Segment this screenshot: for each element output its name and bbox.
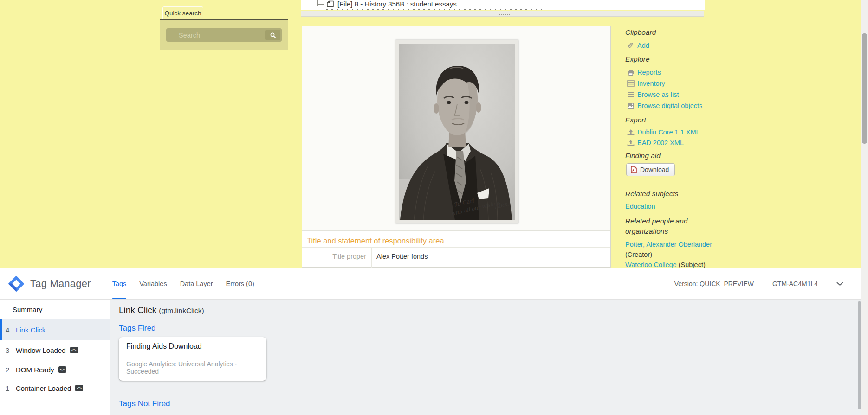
tab-errors[interactable]: Errors (0): [226, 268, 254, 299]
sidebar-event-window-loaded[interactable]: 3 Window Loaded <>: [0, 340, 110, 360]
search-placeholder: Search: [179, 32, 200, 39]
reports-link[interactable]: Reports: [627, 69, 661, 76]
gtm-header: Tag Manager Tags Variables Data Layer Er…: [0, 268, 861, 300]
file-icon: [326, 0, 334, 7]
atom-page-background: Quick search Search: [0, 0, 861, 268]
event-label: Link Click: [16, 326, 45, 334]
event-label: Window Loaded: [16, 346, 66, 354]
download-button-label: Download: [640, 166, 669, 173]
tab-tags[interactable]: Tags: [112, 268, 127, 299]
table-icon: [627, 80, 635, 87]
dublin-core-export-link[interactable]: Dublin Core 1.1 XML: [627, 128, 700, 136]
ead-export-link[interactable]: EAD 2002 XML: [627, 139, 684, 147]
event-number: 2: [0, 366, 15, 374]
gtm-brand-title: Tag Manager: [30, 278, 91, 290]
context-sidebar: Clipboard Add Explore: [625, 0, 720, 268]
gtm-tab-bar: Tags Variables Data Layer Errors (0): [112, 268, 254, 299]
tag-manager-logo-icon: [8, 276, 24, 292]
field-value: Alex Potter fonds: [372, 248, 428, 268]
image-icon: [627, 102, 635, 109]
sidebar-event-dom-ready[interactable]: 2 DOM Ready <>: [0, 360, 110, 379]
event-title: Link Click(gtm.linkClick): [119, 305, 861, 315]
event-number: 4: [2, 326, 15, 334]
tag-name: Finding Aids Download: [119, 337, 266, 356]
field-row: Title proper Alex Potter fonds: [302, 248, 610, 268]
gtm-header-right: Version: QUICK_PREVIEW GTM-AC4M1L4: [674, 280, 861, 287]
gtm-body: Summary 4 Link Click 3 Window Loaded <> …: [0, 300, 861, 415]
export-heading: Export: [625, 116, 646, 124]
event-label: Container Loaded: [16, 384, 71, 392]
explore-heading: Explore: [625, 55, 650, 64]
upload-icon: [627, 139, 635, 147]
tree-connector-line: [317, 0, 318, 10]
gtm-scrollbar-thumb[interactable]: [858, 301, 861, 409]
related-person-item: Potter, Alexander Oberlander (Creator): [625, 239, 713, 260]
scrollbar-thumb[interactable]: [862, 33, 867, 144]
browse-as-list-link[interactable]: Browse as list: [627, 91, 679, 98]
code-icon: <>: [58, 366, 66, 373]
printer-icon: [627, 69, 635, 76]
magnifier-icon: [270, 32, 276, 38]
tab-variables[interactable]: Variables: [139, 268, 167, 299]
list-icon: [627, 91, 635, 98]
finding-aid-heading: Finding aid: [625, 152, 661, 160]
event-number: 1: [0, 384, 15, 392]
paperclip-icon: [627, 42, 635, 49]
browse-digital-objects-link[interactable]: Browse digital objects: [627, 102, 702, 109]
portrait-photo[interactable]: To Carl with all our wishes Alex.: [395, 40, 518, 223]
browser-scrollbar[interactable]: [861, 0, 868, 415]
clipboard-heading: Clipboard: [625, 28, 656, 37]
tab-data-layer[interactable]: Data Layer: [180, 268, 213, 299]
event-number: 3: [0, 346, 15, 354]
digital-object-viewer: To Carl with all our wishes Alex.: [302, 26, 610, 231]
tree-connector-line: [317, 4, 324, 5]
quick-search-panel: Search: [160, 19, 288, 50]
gtm-debug-panel: Tag Manager Tags Variables Data Layer Er…: [0, 268, 861, 415]
pdf-file-icon: [631, 166, 637, 173]
version-label: Version: QUICK_PREVIEW: [674, 280, 754, 287]
event-code: (gtm.linkClick): [159, 306, 204, 314]
tag-status: Google Analytics: Universal Analytics - …: [119, 356, 266, 381]
finding-aid-download-button[interactable]: Download: [626, 163, 675, 176]
search-button[interactable]: [265, 30, 280, 40]
person-role: (Creator): [625, 251, 652, 258]
clipboard-add-link[interactable]: Add: [627, 42, 649, 49]
chevron-down-icon[interactable]: [836, 282, 843, 286]
inventory-link[interactable]: Inventory: [627, 80, 665, 87]
screen: Quick search Search: [0, 0, 868, 415]
tags-fired-heading: Tags Fired: [119, 324, 861, 333]
sidebar-event-container-loaded[interactable]: 1 Container Loaded <>: [0, 379, 110, 397]
gtm-event-sidebar: Summary 4 Link Click 3 Window Loaded <> …: [0, 300, 110, 415]
code-icon: <>: [75, 385, 83, 391]
section-heading: Title and statement of responsibility ar…: [302, 234, 610, 248]
treeview-clipped-row: [326, 9, 544, 10]
container-id: GTM-AC4M1L4: [772, 280, 818, 287]
fired-tag-card[interactable]: Finding Aids Download Google Analytics: …: [119, 337, 266, 381]
code-icon: <>: [70, 347, 78, 353]
tags-not-fired-heading: Tags Not Fired: [119, 399, 861, 409]
field-label: Title proper: [302, 248, 372, 268]
event-label: DOM Ready: [16, 366, 54, 374]
record-content-panel: To Carl with all our wishes Alex. Title …: [302, 26, 611, 268]
search-input[interactable]: Search: [166, 28, 282, 42]
related-people-heading: Related people and organizations: [625, 216, 713, 236]
gtm-event-detail: Link Click(gtm.linkClick) Tags Fired Fin…: [110, 300, 861, 415]
person-link[interactable]: Potter, Alexander Oberlander: [625, 241, 712, 248]
upload-icon: [627, 128, 635, 136]
resize-grip-icon[interactable]: [499, 12, 511, 15]
subject-link-education[interactable]: Education: [625, 203, 655, 210]
sidebar-event-link-click[interactable]: 4 Link Click: [0, 319, 110, 340]
treeview-item-label[interactable]: [File] 8 - History 356B : student essays: [337, 0, 457, 8]
quick-search-tab[interactable]: Quick search: [162, 6, 203, 19]
sidebar-item-summary[interactable]: Summary: [0, 300, 110, 319]
related-subjects-heading: Related subjects: [625, 190, 679, 198]
